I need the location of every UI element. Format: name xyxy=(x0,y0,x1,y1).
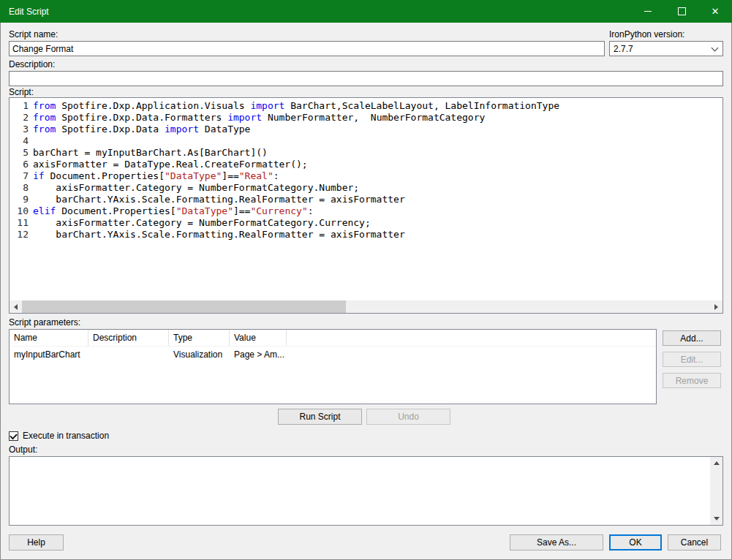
code-line: 2from Spotfire.Dxp.Data.Formatters impor… xyxy=(10,112,722,124)
run-script-button[interactable]: Run Script xyxy=(278,409,362,425)
table-cell: myInputBarChart xyxy=(10,347,88,362)
save-as-button[interactable]: Save As... xyxy=(510,534,603,550)
line-number: 11 xyxy=(10,217,33,228)
close-icon: ✕ xyxy=(712,7,720,16)
description-label: Description: xyxy=(9,59,55,69)
code-text: from Spotfire.Dxp.Data import DataType xyxy=(33,124,250,135)
line-number: 3 xyxy=(10,124,33,135)
maximize-button[interactable] xyxy=(665,0,698,23)
window-title: Edit Script xyxy=(9,7,49,17)
checkbox-box[interactable] xyxy=(9,431,18,441)
column-header-name[interactable]: Name xyxy=(10,330,88,346)
script-label: Script: xyxy=(9,87,34,97)
output-content xyxy=(10,458,709,524)
code-line: 3from Spotfire.Dxp.Data import DataType xyxy=(10,124,722,135)
ironpython-version-dropdown[interactable]: 2.7.7 xyxy=(609,41,723,56)
code-text: barChart = myInputBarChart.As[BarChart](… xyxy=(33,147,268,158)
line-number: 8 xyxy=(10,182,33,193)
scrollbar-track[interactable] xyxy=(22,300,710,313)
code-line: 9 barChart.YAxis.Scale.Formatting.RealFo… xyxy=(10,194,722,205)
maximize-icon xyxy=(678,7,686,15)
ironpython-version-value: 2.7.7 xyxy=(614,44,633,54)
code-line: 4 xyxy=(10,135,722,147)
chevron-down-icon xyxy=(712,45,719,52)
table-cell xyxy=(88,347,169,362)
line-number: 1 xyxy=(10,100,33,111)
output-scrollbar-track[interactable] xyxy=(710,469,722,512)
line-number: 12 xyxy=(10,229,33,240)
caption-buttons: ✕ xyxy=(631,0,732,23)
code-text: from Spotfire.Dxp.Data.Formatters import… xyxy=(33,112,485,123)
table-cell: Page > Am... xyxy=(230,347,287,362)
code-line: 12 barChart.YAxis.Scale.Formatting.RealF… xyxy=(10,229,722,241)
line-number: 7 xyxy=(10,170,33,181)
minimize-button[interactable] xyxy=(631,0,665,23)
scroll-up-button[interactable] xyxy=(710,457,722,469)
output-label: Output: xyxy=(9,444,37,455)
scroll-right-icon xyxy=(714,304,718,310)
horizontal-scrollbar[interactable] xyxy=(10,300,722,313)
scrollbar-thumb[interactable] xyxy=(22,300,346,313)
table-cell: Visualization xyxy=(169,347,230,362)
line-number: 10 xyxy=(10,205,33,216)
code-line: 7if Document.Properties["DataType"]=="Re… xyxy=(10,170,722,182)
edit-script-dialog: Edit Script ✕ Script name: IronPython ve… xyxy=(0,0,732,560)
close-button[interactable]: ✕ xyxy=(698,0,732,23)
execute-in-transaction-label: Execute in transaction xyxy=(23,431,109,441)
code-line: 8 axisFormatter.Category = NumberFormatC… xyxy=(10,182,722,194)
help-button[interactable]: Help xyxy=(9,534,64,550)
edit-button: Edit... xyxy=(663,352,721,367)
column-header-filler xyxy=(287,330,656,346)
column-header-description[interactable]: Description xyxy=(88,330,169,346)
script-editor[interactable]: 1from Spotfire.Dxp.Application.Visuals i… xyxy=(9,97,723,314)
script-parameters-label: Script parameters: xyxy=(9,317,80,328)
parameters-table[interactable]: NameDescriptionTypeValue myInputBarChart… xyxy=(9,329,657,404)
line-number: 9 xyxy=(10,194,33,205)
ironpython-version-label: IronPython version: xyxy=(609,29,684,39)
description-input[interactable] xyxy=(9,71,723,86)
code-text: elif Document.Properties["DataType"]=="C… xyxy=(33,205,314,216)
scroll-left-icon xyxy=(14,304,18,310)
code-line: 1from Spotfire.Dxp.Application.Visuals i… xyxy=(10,100,722,112)
minimize-icon xyxy=(644,11,652,12)
code-line: 11 axisFormatter.Category = NumberFormat… xyxy=(10,217,722,229)
line-number: 4 xyxy=(10,135,33,146)
remove-button: Remove xyxy=(663,373,721,388)
output-textarea[interactable] xyxy=(9,456,723,526)
line-number: 5 xyxy=(10,147,33,158)
code-line: 10elif Document.Properties["DataType"]==… xyxy=(10,205,722,217)
line-number: 2 xyxy=(10,112,33,123)
code-text: barChart.YAxis.Scale.Formatting.RealForm… xyxy=(33,229,405,240)
scroll-left-button[interactable] xyxy=(10,300,22,313)
code-line: 6axisFormatter = DataType.Real.CreateFor… xyxy=(10,159,722,170)
code-text: from Spotfire.Dxp.Application.Visuals im… xyxy=(33,100,559,111)
scroll-right-button[interactable] xyxy=(710,300,722,313)
script-name-label: Script name: xyxy=(9,29,58,39)
column-header-type[interactable]: Type xyxy=(169,330,230,346)
script-name-input[interactable] xyxy=(9,41,605,56)
add-button[interactable]: Add... xyxy=(663,330,721,346)
table-row[interactable]: myInputBarChartVisualizationPage > Am... xyxy=(10,347,656,362)
table-body: myInputBarChartVisualizationPage > Am... xyxy=(10,347,656,362)
undo-button: Undo xyxy=(366,409,450,425)
scroll-down-icon xyxy=(714,517,720,521)
line-number: 6 xyxy=(10,159,33,170)
execute-in-transaction-checkbox[interactable]: Execute in transaction xyxy=(9,431,109,441)
cancel-button[interactable]: Cancel xyxy=(668,534,721,550)
code-text: barChart.YAxis.Scale.Formatting.RealForm… xyxy=(33,194,405,205)
table-header-row: NameDescriptionTypeValue xyxy=(10,330,656,347)
code-text: axisFormatter.Category = NumberFormatCat… xyxy=(33,182,359,193)
ok-button[interactable]: OK xyxy=(609,534,662,550)
code-text: axisFormatter = DataType.Real.CreateForm… xyxy=(33,159,308,170)
scroll-up-icon xyxy=(714,461,720,465)
code-text: axisFormatter.Category = NumberFormatCat… xyxy=(33,217,371,228)
titlebar: Edit Script ✕ xyxy=(0,0,732,23)
output-vertical-scrollbar[interactable] xyxy=(710,457,722,525)
scroll-down-button[interactable] xyxy=(710,512,722,525)
code-line: 5barChart = myInputBarChart.As[BarChart]… xyxy=(10,147,722,159)
column-header-value[interactable]: Value xyxy=(230,330,287,346)
code-text: if Document.Properties["DataType"]=="Rea… xyxy=(33,170,279,181)
code-lines[interactable]: 1from Spotfire.Dxp.Application.Visuals i… xyxy=(10,98,722,300)
